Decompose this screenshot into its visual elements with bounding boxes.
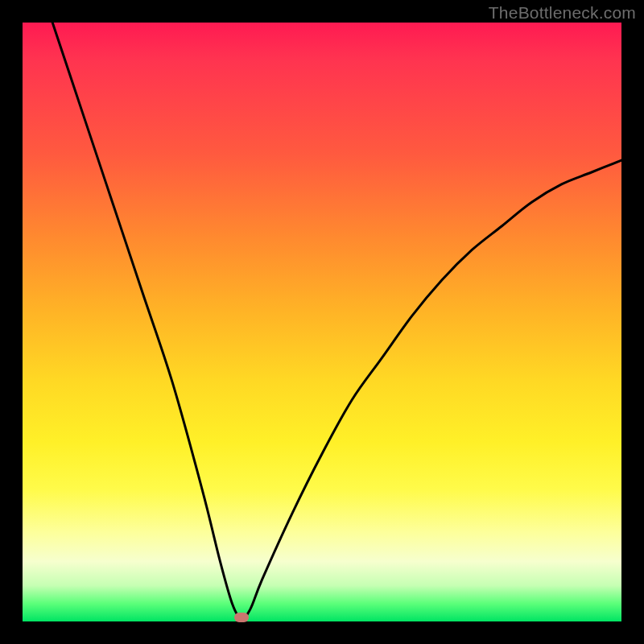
curve-svg <box>23 23 621 621</box>
chart-frame: TheBottleneck.com <box>0 0 644 644</box>
bottleneck-curve-path <box>52 23 621 618</box>
watermark-text: TheBottleneck.com <box>489 3 636 23</box>
plot-area <box>23 23 621 621</box>
optimal-point-marker <box>234 613 249 622</box>
